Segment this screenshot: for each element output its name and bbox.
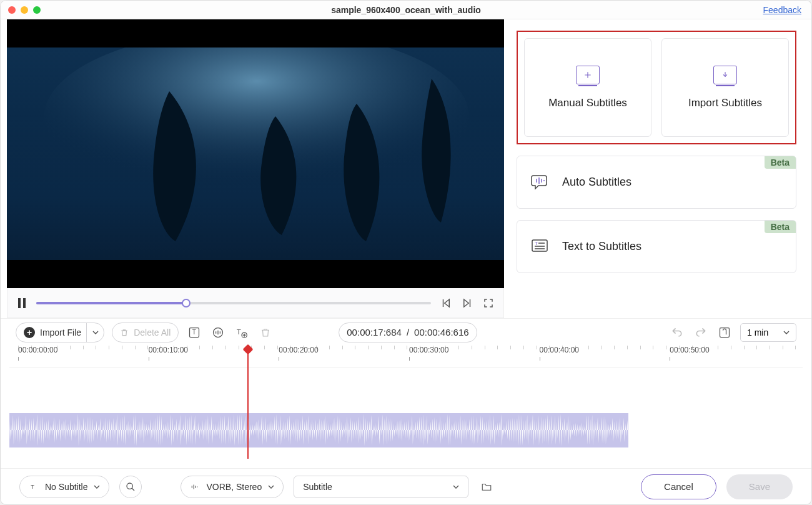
- timeline-tick: 00:00:00:00: [18, 346, 57, 354]
- auto-subtitles-icon: [531, 174, 550, 191]
- feedback-link[interactable]: Feedback: [763, 5, 801, 15]
- svg-rect-1: [18, 298, 21, 308]
- folder-icon: [480, 481, 493, 492]
- redo-button[interactable]: [693, 324, 709, 341]
- player-column: [1, 19, 504, 318]
- save-button[interactable]: Save: [726, 474, 793, 499]
- timeline-tick: 00:00:10:00: [149, 346, 188, 354]
- subtitle-panel: Manual Subtitles Import Subtitles Beta A…: [504, 19, 811, 318]
- timeline-tick: 00:00:20:00: [279, 346, 318, 354]
- subtitle-track-label: No Subtitle: [45, 482, 87, 492]
- delete-all-button[interactable]: Delete All: [112, 322, 179, 342]
- next-frame-button[interactable]: [461, 297, 473, 309]
- seek-bar[interactable]: [36, 302, 431, 304]
- timeline-tick: 00:00:50:00: [670, 346, 709, 354]
- svg-text:T: T: [237, 327, 241, 335]
- import-file-label: Import File: [40, 328, 81, 338]
- subtitle-type-select[interactable]: Subtitle: [294, 476, 468, 498]
- folder-button[interactable]: [478, 479, 495, 495]
- seek-fill: [36, 302, 186, 304]
- trash-icon: [120, 328, 129, 337]
- subtitle-track-select[interactable]: T No Subtitle: [19, 476, 109, 498]
- playhead[interactable]: [247, 346, 249, 459]
- svg-line-31: [132, 488, 134, 491]
- marker-tool-button[interactable]: [210, 324, 226, 341]
- player-controls: [7, 288, 504, 318]
- text-tool-button[interactable]: T: [186, 324, 202, 341]
- audio-track-select[interactable]: VORB, Stereo: [181, 476, 284, 498]
- text-to-subtitles-label: Text to Subtitles: [562, 240, 641, 253]
- major-ticks: 00:00:00:0000:00:10:0000:00:20:0000:00:3…: [18, 346, 794, 368]
- text-icon: T: [29, 482, 39, 491]
- import-subtitles-icon: [713, 66, 737, 84]
- beta-badge: Beta: [765, 156, 796, 169]
- timeline[interactable]: 00:00:00:0000:00:10:0000:00:20:0000:00:3…: [1, 346, 811, 468]
- zoom-label: 1 min: [747, 328, 768, 338]
- window-controls: [8, 6, 41, 14]
- import-file-button[interactable]: + Import File: [16, 322, 104, 342]
- total-time: 00:00:46:616: [414, 327, 469, 338]
- track-area[interactable]: [9, 368, 803, 452]
- audio-icon: [190, 482, 200, 491]
- auto-subtitles-label: Auto Subtitles: [562, 176, 631, 189]
- close-window-button[interactable]: [8, 6, 16, 14]
- timeline-tick: 00:00:30:00: [409, 346, 448, 354]
- chevron-down-icon: [94, 485, 100, 489]
- beta-badge: Beta: [765, 221, 796, 233]
- maximize-window-button[interactable]: [33, 6, 41, 14]
- content-row: Manual Subtitles Import Subtitles Beta A…: [1, 19, 811, 318]
- search-icon: [126, 482, 136, 492]
- timeline-ruler[interactable]: 00:00:00:0000:00:10:0000:00:20:0000:00:3…: [9, 346, 803, 368]
- timecode-display: 00:00:17:684/00:00:46:616: [339, 322, 477, 342]
- svg-text:T: T: [192, 329, 196, 336]
- pause-button[interactable]: [16, 298, 27, 309]
- import-subtitles-label: Import Subtitles: [688, 97, 762, 109]
- import-file-dropdown[interactable]: [86, 323, 104, 342]
- subtitle-mode-highlight: Manual Subtitles Import Subtitles: [517, 31, 796, 144]
- add-text-tool-button[interactable]: T: [234, 324, 250, 341]
- bottom-bar: T No Subtitle VORB, Stereo Subtitle Canc…: [1, 468, 811, 504]
- text-to-subtitles-icon: T: [531, 239, 550, 255]
- chevron-down-icon: [268, 485, 274, 489]
- current-time: 00:00:17:684: [347, 327, 402, 338]
- text-to-subtitles-card[interactable]: Beta T Text to Subtitles: [517, 220, 796, 273]
- undo-button[interactable]: [669, 324, 685, 341]
- seek-handle[interactable]: [182, 299, 191, 308]
- svg-rect-2: [23, 298, 26, 308]
- snap-button[interactable]: [716, 324, 733, 341]
- search-button[interactable]: [119, 476, 142, 498]
- import-subtitles-card[interactable]: Import Subtitles: [661, 38, 789, 137]
- subtitle-type-label: Subtitle: [303, 482, 332, 492]
- manual-subtitles-label: Manual Subtitles: [548, 97, 627, 109]
- video-preview[interactable]: [7, 19, 504, 288]
- titlebar: sample_960x400_ocean_with_audio Feedback: [1, 1, 811, 19]
- manual-subtitles-icon: [576, 66, 600, 84]
- svg-text:T: T: [535, 241, 538, 246]
- manual-subtitles-card[interactable]: Manual Subtitles: [524, 38, 651, 137]
- app-window: sample_960x400_ocean_with_audio Feedback: [0, 0, 812, 505]
- timeline-toolbar: + Import File Delete All T T 00:00:17:68…: [1, 318, 811, 346]
- auto-subtitles-card[interactable]: Beta Auto Subtitles: [517, 156, 796, 209]
- audio-track-label: VORB, Stereo: [206, 482, 262, 492]
- window-title: sample_960x400_ocean_with_audio: [331, 5, 481, 15]
- svg-point-0: [44, 48, 469, 204]
- chevron-down-icon: [783, 331, 790, 334]
- audio-waveform[interactable]: [9, 413, 628, 448]
- cancel-button[interactable]: Cancel: [641, 474, 716, 499]
- video-frame: [7, 48, 504, 260]
- chevron-down-icon: [453, 485, 459, 489]
- plus-icon: +: [24, 327, 35, 338]
- delete-clip-button[interactable]: [257, 324, 274, 341]
- fullscreen-button[interactable]: [482, 297, 495, 309]
- prev-frame-button[interactable]: [440, 297, 452, 309]
- delete-all-label: Delete All: [134, 328, 171, 338]
- zoom-select[interactable]: 1 min: [740, 323, 796, 342]
- timeline-tick: 00:00:40:00: [540, 346, 579, 354]
- svg-text:T: T: [31, 483, 34, 489]
- svg-point-30: [127, 483, 132, 489]
- minimize-window-button[interactable]: [21, 6, 28, 14]
